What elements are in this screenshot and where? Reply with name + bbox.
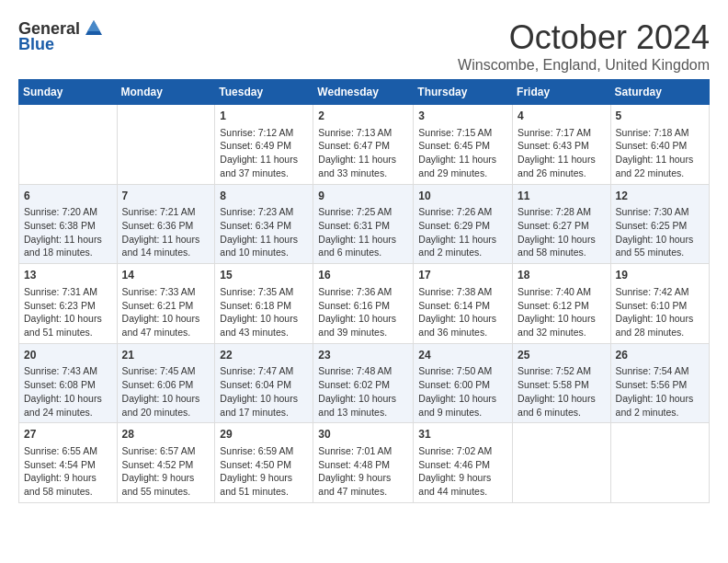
cell-content: Sunrise: 7:31 AM <box>24 285 112 299</box>
cell-content: Sunrise: 7:12 AM <box>220 126 308 140</box>
cell-content: Daylight: 10 hours and 32 minutes. <box>518 312 606 339</box>
page-header: General Blue October 2024 Winscombe, Eng… <box>18 18 710 74</box>
cell-content: Sunset: 5:58 PM <box>518 378 606 392</box>
calendar-cell: 15Sunrise: 7:35 AMSunset: 6:18 PMDayligh… <box>215 264 313 344</box>
cell-content: Sunset: 4:48 PM <box>318 458 408 472</box>
calendar-header: SundayMondayTuesdayWednesdayThursdayFrid… <box>19 80 710 105</box>
week-row-4: 20Sunrise: 7:43 AMSunset: 6:08 PMDayligh… <box>19 343 710 423</box>
cell-content: Daylight: 10 hours and 24 minutes. <box>24 392 112 419</box>
calendar-cell: 14Sunrise: 7:33 AMSunset: 6:21 PMDayligh… <box>117 264 215 344</box>
calendar-cell: 8Sunrise: 7:23 AMSunset: 6:34 PMDaylight… <box>215 184 313 264</box>
cell-content: Daylight: 11 hours and 10 minutes. <box>220 233 308 259</box>
calendar-cell: 22Sunrise: 7:47 AMSunset: 6:04 PMDayligh… <box>215 343 313 423</box>
day-number: 8 <box>220 189 308 204</box>
cell-content: Daylight: 11 hours and 37 minutes. <box>220 153 308 179</box>
cell-content: Daylight: 10 hours and 17 minutes. <box>220 392 308 419</box>
cell-content: Sunset: 6:29 PM <box>418 219 507 233</box>
calendar-table: SundayMondayTuesdayWednesdayThursdayFrid… <box>18 79 710 503</box>
day-number: 31 <box>418 427 507 442</box>
cell-content: Daylight: 11 hours and 29 minutes. <box>418 153 507 179</box>
cell-content: Daylight: 11 hours and 22 minutes. <box>616 153 704 179</box>
day-number: 12 <box>616 189 704 204</box>
calendar-cell: 13Sunrise: 7:31 AMSunset: 6:23 PMDayligh… <box>19 264 118 344</box>
day-number: 14 <box>122 268 210 283</box>
day-number: 25 <box>518 348 606 363</box>
cell-content: Sunset: 4:46 PM <box>418 458 507 472</box>
cell-content: Sunset: 6:12 PM <box>518 299 606 313</box>
calendar-cell: 12Sunrise: 7:30 AMSunset: 6:25 PMDayligh… <box>610 184 709 264</box>
cell-content: Daylight: 9 hours and 55 minutes. <box>122 471 210 498</box>
cell-content: Sunset: 6:04 PM <box>220 378 308 392</box>
cell-content: Daylight: 11 hours and 2 minutes. <box>418 233 507 259</box>
calendar-cell: 24Sunrise: 7:50 AMSunset: 6:00 PMDayligh… <box>414 343 513 423</box>
cell-content: Sunset: 6:10 PM <box>616 299 704 313</box>
cell-content: Sunset: 6:06 PM <box>122 378 210 392</box>
cell-content: Daylight: 10 hours and 2 minutes. <box>616 392 704 419</box>
calendar-cell: 11Sunrise: 7:28 AMSunset: 6:27 PMDayligh… <box>513 184 611 264</box>
calendar-cell: 17Sunrise: 7:38 AMSunset: 6:14 PMDayligh… <box>414 264 513 344</box>
cell-content: Daylight: 10 hours and 13 minutes. <box>318 392 408 419</box>
cell-content: Sunrise: 7:26 AM <box>418 205 507 219</box>
day-number: 26 <box>616 348 704 363</box>
day-number: 9 <box>318 189 408 204</box>
cell-content: Daylight: 10 hours and 20 minutes. <box>122 392 210 419</box>
header-day-tuesday: Tuesday <box>215 80 313 105</box>
calendar-cell <box>117 105 215 185</box>
header-day-wednesday: Wednesday <box>313 80 414 105</box>
cell-content: Sunrise: 7:33 AM <box>122 285 210 299</box>
header-day-thursday: Thursday <box>414 80 513 105</box>
cell-content: Sunset: 6:40 PM <box>616 139 704 153</box>
calendar-cell: 23Sunrise: 7:48 AMSunset: 6:02 PMDayligh… <box>313 343 414 423</box>
calendar-cell: 25Sunrise: 7:52 AMSunset: 5:58 PMDayligh… <box>513 343 611 423</box>
day-number: 6 <box>24 189 112 204</box>
cell-content: Sunrise: 6:55 AM <box>24 444 112 458</box>
cell-content: Sunrise: 7:52 AM <box>518 364 606 378</box>
cell-content: Sunset: 6:47 PM <box>318 139 408 153</box>
cell-content: Daylight: 11 hours and 33 minutes. <box>318 153 408 179</box>
cell-content: Sunrise: 7:47 AM <box>220 364 308 378</box>
day-number: 27 <box>24 427 112 442</box>
cell-content: Daylight: 11 hours and 26 minutes. <box>518 153 606 179</box>
calendar-cell <box>19 105 118 185</box>
calendar-cell <box>513 423 611 503</box>
month-title: October 2024 <box>458 18 710 57</box>
cell-content: Daylight: 9 hours and 58 minutes. <box>24 471 112 498</box>
calendar-cell: 21Sunrise: 7:45 AMSunset: 6:06 PMDayligh… <box>117 343 215 423</box>
day-number: 10 <box>418 189 507 204</box>
cell-content: Sunrise: 7:20 AM <box>24 205 112 219</box>
day-number: 22 <box>220 348 308 363</box>
day-number: 30 <box>318 427 408 442</box>
cell-content: Daylight: 9 hours and 44 minutes. <box>418 471 507 498</box>
day-number: 5 <box>616 109 704 124</box>
day-number: 2 <box>318 109 408 124</box>
cell-content: Daylight: 10 hours and 43 minutes. <box>220 312 308 339</box>
cell-content: Daylight: 10 hours and 28 minutes. <box>616 312 704 339</box>
cell-content: Daylight: 10 hours and 58 minutes. <box>518 233 606 259</box>
week-row-3: 13Sunrise: 7:31 AMSunset: 6:23 PMDayligh… <box>19 264 710 344</box>
cell-content: Daylight: 10 hours and 36 minutes. <box>418 312 507 339</box>
week-row-5: 27Sunrise: 6:55 AMSunset: 4:54 PMDayligh… <box>19 423 710 503</box>
cell-content: Sunrise: 7:28 AM <box>518 205 606 219</box>
calendar-cell: 26Sunrise: 7:54 AMSunset: 5:56 PMDayligh… <box>610 343 709 423</box>
calendar-cell: 2Sunrise: 7:13 AMSunset: 6:47 PMDaylight… <box>313 105 414 185</box>
cell-content: Sunset: 4:50 PM <box>220 458 308 472</box>
day-number: 1 <box>220 109 308 124</box>
calendar-cell: 6Sunrise: 7:20 AMSunset: 6:38 PMDaylight… <box>19 184 118 264</box>
cell-content: Sunrise: 7:18 AM <box>616 126 704 140</box>
day-number: 13 <box>24 268 112 283</box>
header-day-saturday: Saturday <box>610 80 709 105</box>
day-number: 17 <box>418 268 507 283</box>
cell-content: Sunset: 6:00 PM <box>418 378 507 392</box>
day-number: 24 <box>418 348 507 363</box>
day-number: 21 <box>122 348 210 363</box>
cell-content: Daylight: 10 hours and 55 minutes. <box>616 233 704 259</box>
day-number: 11 <box>518 189 606 204</box>
cell-content: Sunset: 6:34 PM <box>220 219 308 233</box>
cell-content: Sunrise: 7:02 AM <box>418 444 507 458</box>
cell-content: Sunrise: 7:01 AM <box>318 444 408 458</box>
cell-content: Sunset: 5:56 PM <box>616 378 704 392</box>
cell-content: Sunset: 6:36 PM <box>122 219 210 233</box>
day-number: 16 <box>318 268 408 283</box>
cell-content: Sunset: 6:45 PM <box>418 139 507 153</box>
cell-content: Sunrise: 7:21 AM <box>122 205 210 219</box>
